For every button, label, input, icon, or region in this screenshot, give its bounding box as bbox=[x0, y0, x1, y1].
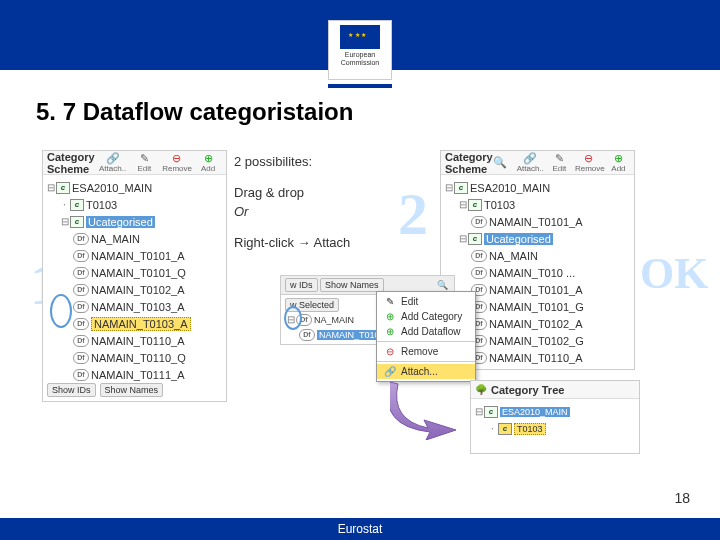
tree-row[interactable]: DfNAMAIN_T0103_A bbox=[73, 315, 224, 332]
category-icon: c bbox=[70, 216, 84, 228]
tree-row[interactable]: DfNAMAIN_T0101_G bbox=[471, 298, 632, 315]
highlighted-item[interactable]: T0103 bbox=[514, 423, 546, 435]
tree-row[interactable]: ·cT0103 bbox=[59, 196, 224, 213]
collapse-icon[interactable]: ⊟ bbox=[59, 216, 70, 227]
tree-row[interactable]: ⊟cT0103 bbox=[457, 196, 632, 213]
collapse-icon[interactable]: ⊟ bbox=[457, 199, 468, 210]
show-names-button[interactable]: Show Names bbox=[320, 278, 384, 292]
menu-attach[interactable]: 🔗Attach... bbox=[377, 364, 475, 379]
category-icon: c bbox=[70, 199, 84, 211]
tree-row[interactable]: DfNAMAIN_T010 ... bbox=[471, 264, 632, 281]
dataflow-icon: Df bbox=[471, 267, 487, 279]
page-number: 18 bbox=[674, 490, 690, 506]
dataflow-icon: Df bbox=[73, 335, 89, 347]
tree-icon: 🌳 bbox=[475, 384, 487, 395]
tree-row[interactable]: DfNAMAIN_T0101_A bbox=[73, 247, 224, 264]
collapse-icon[interactable]: ⊟ bbox=[45, 182, 56, 193]
tree-row[interactable]: DfNAMAIN_T0110_A bbox=[471, 349, 632, 366]
tree-row[interactable]: ⊟cUcategorised bbox=[59, 213, 224, 230]
tree-row[interactable]: ·cT0103 bbox=[487, 420, 637, 437]
dataflow-icon: Df bbox=[73, 284, 89, 296]
selected-item[interactable]: Ucategorised bbox=[86, 216, 155, 228]
edit-icon: ✎ bbox=[548, 153, 571, 164]
ec-logo: EuropeanCommission bbox=[328, 20, 392, 80]
search-icon[interactable]: 🔍 bbox=[493, 156, 507, 169]
add-button[interactable]: ⊕Add bbox=[607, 153, 630, 173]
show-ids-button[interactable]: w IDs bbox=[285, 278, 318, 292]
highlighted-item[interactable]: NAMAIN_T0103_A bbox=[91, 317, 191, 331]
add-icon: ⊕ bbox=[194, 153, 222, 164]
dataflow-icon: Df bbox=[73, 301, 89, 313]
category-scheme-panel-left: Category Scheme 🔗Attach.. ✎Edit ⊖Remove … bbox=[42, 150, 227, 402]
edit-button[interactable]: ✎Edit bbox=[548, 153, 571, 173]
selected-item[interactable]: ESA2010_MAIN bbox=[500, 407, 570, 417]
tree-row[interactable]: DfNAMAIN_T0110_Q bbox=[73, 349, 224, 366]
category-icon: c bbox=[468, 233, 482, 245]
dataflow-icon: Df bbox=[471, 250, 487, 262]
panel-footer-buttons: Show IDs Show Names bbox=[47, 383, 163, 397]
dataflow-icon: Df bbox=[73, 318, 89, 330]
dataflow-icon: Df bbox=[73, 352, 89, 364]
eu-flag-icon bbox=[340, 25, 380, 49]
dataflow-icon: Df bbox=[299, 329, 315, 341]
remove-button[interactable]: ⊖Remove bbox=[575, 153, 603, 173]
remove-button[interactable]: ⊖Remove bbox=[162, 153, 190, 173]
tree-row[interactable]: DfNA_MAIN bbox=[73, 230, 224, 247]
edit-button[interactable]: ✎Edit bbox=[130, 153, 158, 173]
tree-row[interactable]: DfNAMAIN_T0101_A bbox=[471, 281, 632, 298]
attach-button[interactable]: 🔗Attach.. bbox=[99, 153, 127, 173]
category-icon: c bbox=[56, 182, 70, 194]
menu-edit[interactable]: ✎Edit bbox=[377, 294, 475, 309]
dataflow-icon: Df bbox=[471, 216, 487, 228]
instr-line3: Or bbox=[234, 204, 424, 219]
tree-row[interactable]: ⊟cESA2010_MAIN bbox=[443, 179, 632, 196]
add-button[interactable]: ⊕Add bbox=[194, 153, 222, 173]
panel-title: Category Scheme bbox=[445, 151, 493, 175]
tree-row[interactable]: DfNAMAIN_T0102_A bbox=[471, 315, 632, 332]
instr-line4: Right-click → Attach bbox=[234, 235, 424, 250]
category-icon: c bbox=[468, 199, 482, 211]
panel-header: Category Scheme 🔗Attach.. ✎Edit ⊖Remove … bbox=[43, 151, 226, 175]
tree-row[interactable]: DfNA_MAIN bbox=[471, 247, 632, 264]
collapse-icon[interactable]: ⊟ bbox=[457, 233, 468, 244]
show-names-button[interactable]: Show Names bbox=[100, 383, 164, 397]
tree-row[interactable]: DfNAMAIN_T0102_A bbox=[73, 281, 224, 298]
collapse-icon[interactable]: ⊟ bbox=[443, 182, 454, 193]
attach-button[interactable]: 🔗Attach.. bbox=[517, 153, 544, 173]
instr-line2: Drag & drop bbox=[234, 185, 424, 200]
instructions: 2 possibilites: Drag & drop Or Right-cli… bbox=[234, 150, 424, 254]
dataflow-icon: Df bbox=[73, 250, 89, 262]
add-icon: ⊕ bbox=[383, 326, 397, 337]
tree-row[interactable]: ⊟cESA2010_MAIN bbox=[473, 403, 637, 420]
logo-text: EuropeanCommission bbox=[329, 51, 391, 67]
add-icon: ⊕ bbox=[383, 311, 397, 322]
big-ok: OK bbox=[640, 248, 708, 299]
menu-add-dataflow[interactable]: ⊕Add Dataflow bbox=[377, 324, 475, 339]
context-menu: ✎Edit ⊕Add Category ⊕Add Dataflow ⊖Remov… bbox=[376, 291, 476, 382]
mini-panel-header: 🌳 Category Tree bbox=[471, 381, 639, 399]
mini-panel-title: Category Tree bbox=[491, 384, 635, 396]
category-tree-mini: 🌳 Category Tree ⊟cESA2010_MAIN ·cT0103 bbox=[470, 380, 640, 454]
footer-brand: Eurostat bbox=[338, 522, 383, 536]
show-ids-button[interactable]: Show IDs bbox=[47, 383, 96, 397]
tree-row[interactable]: ⊟cUcategorised bbox=[457, 230, 632, 247]
dataflow-icon: Df bbox=[73, 267, 89, 279]
category-icon: c bbox=[498, 423, 512, 435]
arrow-icon bbox=[390, 380, 460, 440]
tree-row[interactable]: DfNAMAIN_T0102_G bbox=[471, 332, 632, 349]
tree-row[interactable]: DfNAMAIN_T0103_A bbox=[73, 298, 224, 315]
tree-row[interactable]: DfNAMAIN_T0101_A bbox=[471, 213, 632, 230]
edit-icon: ✎ bbox=[383, 296, 397, 307]
dataflow-icon: Df bbox=[73, 369, 89, 381]
tree-row[interactable]: DfNAMAIN_T0101_Q bbox=[73, 264, 224, 281]
tree-row[interactable]: DfNAMAIN_T0110_A bbox=[73, 332, 224, 349]
selected-item[interactable]: Ucategorised bbox=[484, 233, 553, 245]
tree-row[interactable]: ⊟cESA2010_MAIN bbox=[45, 179, 224, 196]
tree-row[interactable]: DfNAMAIN_T0111_A bbox=[73, 366, 224, 383]
panel-header: Category Scheme 🔍 🔗Attach.. ✎Edit ⊖Remov… bbox=[441, 151, 634, 175]
menu-remove[interactable]: ⊖Remove bbox=[377, 344, 475, 359]
remove-icon: ⊖ bbox=[383, 346, 397, 357]
logo-underline bbox=[328, 84, 392, 88]
search-icon[interactable]: 🔍 bbox=[437, 280, 448, 290]
menu-add-category[interactable]: ⊕Add Category bbox=[377, 309, 475, 324]
